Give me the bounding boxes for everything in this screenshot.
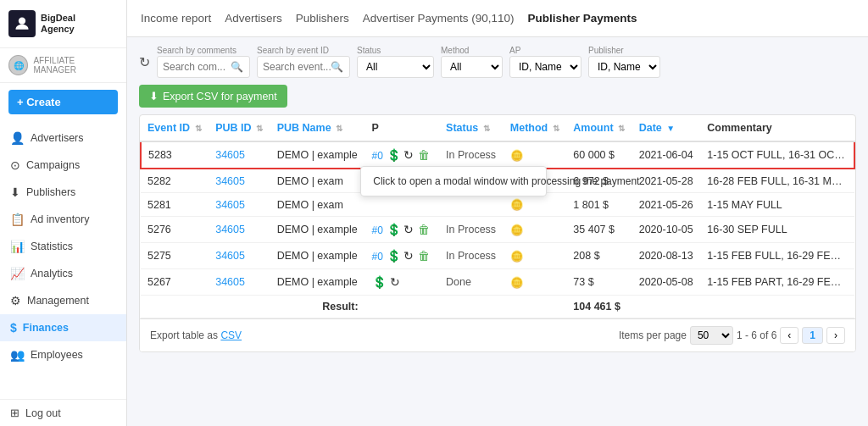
page-1-button[interactable]: 1 — [802, 327, 823, 344]
publishers-icon: ⬇ — [10, 185, 20, 199]
col-amount[interactable]: Amount ⇅ — [566, 115, 632, 141]
dollar-icon[interactable]: 💲 — [386, 147, 401, 163]
sidebar-item-employees[interactable]: 👥 Employees — [0, 341, 126, 368]
cell-date: 2020-10-05 — [632, 217, 701, 243]
pub-id-link[interactable]: 34605 — [215, 199, 245, 211]
table-row: 526734605DEMO | example💲↻Done🪙73 $2020-0… — [141, 269, 854, 296]
result-empty — [365, 296, 439, 318]
publisher-filter-group: Publisher ID, Name — [588, 46, 660, 78]
sidebar-item-label: Publishers — [26, 186, 75, 198]
pub-id-link[interactable]: 34605 — [215, 224, 245, 235]
sidebar-item-analytics[interactable]: 📈 Analytics — [0, 260, 126, 287]
items-per-page-select[interactable]: 50 25 100 — [690, 326, 733, 345]
cell-date: 2021-05-26 — [632, 193, 701, 217]
cell-amount: 73 $ — [566, 269, 632, 296]
sort-arrow-event-id: ⇅ — [195, 124, 202, 133]
col-pub-id[interactable]: PUB ID ⇅ — [209, 115, 270, 141]
sidebar-item-publishers[interactable]: ⬇ Publishers — [0, 179, 126, 206]
cell-status: In Process — [439, 243, 504, 269]
sidebar-item-label: Statistics — [31, 241, 73, 252]
status-select[interactable]: All In Process Done Pending — [357, 56, 434, 78]
sidebar-item-management[interactable]: ⚙ Management — [0, 287, 126, 314]
cell-status: In Process — [439, 217, 504, 243]
pub-id-link[interactable]: 34605 — [215, 175, 245, 187]
publisher-label: Publisher — [588, 46, 660, 55]
items-per-page-label: Items per page — [619, 329, 687, 341]
trash-icon[interactable]: 🗑 — [416, 248, 431, 263]
cell-pub-id[interactable]: 34605 — [209, 193, 270, 217]
dollar-icon[interactable]: 💲 — [386, 222, 401, 237]
logout-label: Log out — [25, 407, 61, 419]
search-comments-input[interactable] — [163, 61, 231, 73]
sort-arrow-date: ▼ — [666, 124, 675, 133]
sort-arrow-status: ⇅ — [483, 124, 490, 133]
nav-advertiser-payments[interactable]: Advertiser Payments (90,110) — [363, 8, 515, 28]
logout-button[interactable]: ⊞ Log out — [0, 399, 126, 426]
method-label: Method — [441, 46, 503, 55]
search-comments-label: Search by comments — [157, 46, 250, 55]
nav-publisher-payments[interactable]: Publisher Payments — [527, 8, 637, 28]
sidebar-item-label: Finances — [23, 322, 69, 334]
cell-pub-id[interactable]: 34605 — [209, 269, 270, 296]
cell-p: 💲↻ — [365, 269, 439, 296]
cell-pub-name: DEMO | example — [270, 243, 365, 269]
cell-date: 2020-08-13 — [632, 243, 701, 269]
export-csv-icon: ⬇ — [149, 90, 159, 102]
sidebar-item-finances[interactable]: $ Finances — [0, 314, 126, 341]
export-csv-button[interactable]: ⬇ Export CSV for payment — [139, 85, 287, 108]
cell-pub-id[interactable]: 34605 — [209, 243, 270, 269]
trash-icon[interactable]: 🗑 — [416, 147, 431, 163]
cell-pub-id[interactable]: 34605 — [209, 217, 270, 243]
nav-publishers[interactable]: Publishers — [296, 8, 349, 28]
pub-id-link[interactable]: 34605 — [215, 149, 245, 161]
method-filter-group: Method All Wire PayPal Bitcoin — [441, 46, 503, 78]
dollar-icon[interactable]: 💲 — [372, 274, 387, 290]
cell-method: 🪙 — [504, 217, 567, 243]
sidebar-item-ad-inventory[interactable]: 📋 Ad inventory — [0, 206, 126, 233]
export-csv-link[interactable]: CSV — [220, 329, 242, 341]
refresh-action-icon[interactable]: ↻ — [387, 274, 403, 290]
col-event-id[interactable]: Event ID ⇅ — [141, 115, 209, 141]
col-method[interactable]: Method ⇅ — [504, 115, 567, 141]
sidebar: BigDeal Agency 🌐 AFFILIATE MANAGER + Cre… — [0, 0, 127, 426]
refresh-button[interactable]: ↻ — [139, 54, 150, 70]
sidebar-item-statistics[interactable]: 📊 Statistics — [0, 233, 126, 260]
ap-select[interactable]: ID, Name — [509, 56, 581, 78]
campaigns-icon: ⊙ — [10, 158, 20, 172]
create-button[interactable]: + Create — [8, 90, 118, 114]
cell-pub-name: DEMO | example — [270, 217, 365, 243]
pagination-info: 1 - 6 of 6 — [737, 329, 776, 341]
sort-arrow-pub-name: ⇅ — [336, 124, 342, 133]
pub-id-link[interactable]: 34605 — [215, 276, 245, 288]
nav-advertisers[interactable]: Advertisers — [225, 8, 282, 28]
cell-event-id: 5276 — [141, 217, 209, 243]
cell-pub-id[interactable]: 34605 — [209, 169, 270, 193]
cell-pub-id[interactable]: 34605 — [209, 141, 270, 169]
publisher-select[interactable]: ID, Name — [588, 56, 660, 78]
prev-page-button[interactable]: ‹ — [780, 327, 798, 344]
refresh-action-icon[interactable]: ↻ — [401, 248, 416, 263]
cell-event-id: 5283 — [141, 141, 209, 169]
sidebar-item-advertisers[interactable]: 👤 Advertisers — [0, 124, 126, 152]
trash-icon[interactable]: 🗑 — [416, 222, 431, 237]
search-event-input[interactable] — [263, 61, 331, 73]
sort-arrow-amount: ⇅ — [618, 124, 625, 133]
logo-text: BigDeal Agency — [41, 13, 75, 35]
refresh-action-icon[interactable]: ↻ — [401, 147, 416, 163]
col-date[interactable]: Date ▼ — [632, 115, 701, 141]
col-pub-name[interactable]: PUB Name ⇅ — [270, 115, 365, 141]
cell-amount: 208 $ — [566, 243, 632, 269]
col-status[interactable]: Status ⇅ — [439, 115, 504, 141]
logo-icon — [8, 10, 36, 37]
table-row: 527534605DEMO | example#0 💲↻🗑In Process🪙… — [141, 243, 854, 269]
method-select[interactable]: All Wire PayPal Bitcoin — [441, 56, 503, 78]
pub-id-link[interactable]: 34605 — [215, 250, 245, 262]
search-comments-icon: 🔍 — [231, 61, 243, 73]
ap-label: AP — [509, 46, 581, 55]
next-page-button[interactable]: › — [826, 327, 845, 344]
nav-income-report[interactable]: Income report — [141, 8, 211, 28]
refresh-action-icon[interactable]: ↻ — [401, 222, 416, 237]
sidebar-item-campaigns[interactable]: ⊙ Campaigns — [0, 152, 126, 179]
cell-amount: 1 801 $ — [566, 193, 632, 217]
dollar-icon[interactable]: 💲 — [386, 248, 401, 263]
